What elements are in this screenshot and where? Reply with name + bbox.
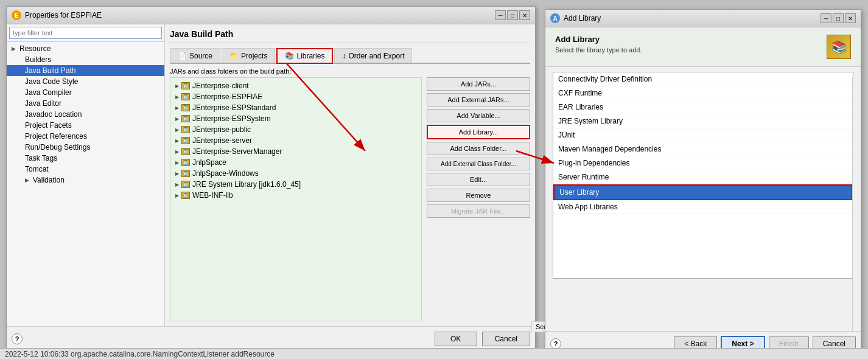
add-variable-button[interactable]: Add Variable... bbox=[427, 109, 530, 122]
list-item[interactable]: ▶ 🫙 JEnterprise-ServerManager bbox=[173, 146, 419, 157]
sidebar-item-project-references[interactable]: Project References bbox=[7, 131, 164, 142]
jar-arrow-1: ▶ bbox=[175, 94, 179, 100]
jars-label: JARs and class folders on the build path… bbox=[170, 68, 530, 75]
addlib-scrollbar[interactable] bbox=[852, 77, 861, 331]
tab-order-export[interactable]: ↕ Order and Export bbox=[334, 48, 412, 63]
lib-item-maven[interactable]: Maven Managed Dependencies bbox=[553, 142, 853, 156]
sidebar-label-javadoc-location: Javadoc Location bbox=[25, 110, 82, 119]
tree-arrow-resource: ▶ bbox=[12, 46, 16, 52]
remove-button[interactable]: Remove bbox=[427, 189, 530, 202]
tree-arrow-validation: ▶ bbox=[25, 177, 29, 183]
jar-icon-7: 🫙 bbox=[181, 159, 190, 166]
list-item[interactable]: ▶ 🫙 JRE System Library [jdk1.6.0_45] bbox=[173, 179, 419, 190]
sidebar-label-task-tags: Task Tags bbox=[25, 154, 57, 162]
close-button[interactable]: ✕ bbox=[519, 10, 530, 20]
sidebar-item-task-tags[interactable]: Task Tags bbox=[7, 153, 164, 164]
jar-icon-4: 🫙 bbox=[181, 126, 190, 133]
addlib-close-button[interactable]: ✕ bbox=[845, 13, 856, 23]
sidebar-item-tomcat[interactable]: Tomcat bbox=[7, 164, 164, 175]
add-external-class-folder-button[interactable]: Add External Class Folder... bbox=[427, 158, 530, 170]
lib-label-ear: EAR Libraries bbox=[558, 103, 603, 111]
sidebar-label-builders: Builders bbox=[25, 55, 51, 64]
add-class-folder-button[interactable]: Add Class Folder... bbox=[427, 142, 530, 155]
list-item[interactable]: ▶ 🫙 JEnterprise-ESPFIAE bbox=[173, 91, 419, 102]
lib-item-user-library[interactable]: User Library bbox=[553, 184, 853, 200]
jar-icon-0: 🫙 bbox=[181, 82, 190, 89]
source-tab-label: Source bbox=[189, 52, 212, 60]
jar-label-4: JEnterprise-public bbox=[192, 125, 251, 134]
list-item[interactable]: ▶ 🫙 JEnterprise-client bbox=[173, 80, 419, 91]
cancel-button[interactable]: Cancel bbox=[482, 332, 530, 346]
addlib-maximize-button[interactable]: □ bbox=[833, 13, 844, 23]
sidebar-item-builders[interactable]: Builders bbox=[7, 54, 164, 65]
jar-label-3: JEnterprise-ESPSystem bbox=[192, 114, 271, 123]
addlib-header-title: Add Library bbox=[555, 35, 642, 44]
jar-arrow-4: ▶ bbox=[175, 127, 179, 133]
list-item[interactable]: ▶ 🫙 JEnterprise-public bbox=[173, 124, 419, 135]
sidebar-item-java-build-path[interactable]: Java Build Path bbox=[7, 65, 164, 76]
addlib-help-icon[interactable]: ? bbox=[550, 338, 561, 349]
sidebar-item-run-debug[interactable]: Run/Debug Settings bbox=[7, 142, 164, 153]
lib-label-maven: Maven Managed Dependencies bbox=[558, 145, 661, 153]
ok-button[interactable]: OK bbox=[435, 332, 477, 346]
jar-icon-3: 🫙 bbox=[181, 115, 190, 122]
jar-label-9: JRE System Library [jdk1.6.0_45] bbox=[192, 180, 301, 189]
jar-label-2: JEnterprise-ESPStandard bbox=[192, 103, 276, 112]
lib-item-server-runtime[interactable]: Server Runtime bbox=[553, 170, 853, 184]
jar-arrow-6: ▶ bbox=[175, 149, 179, 155]
sidebar-item-resource[interactable]: ▶ Resource bbox=[7, 43, 164, 54]
help-icon[interactable]: ? bbox=[12, 333, 23, 344]
list-item[interactable]: ▶ 🫙 WEB-INF-lib bbox=[173, 190, 419, 201]
addlib-list: Connectivity Driver Definition CXF Runti… bbox=[553, 72, 853, 279]
sidebar-item-java-editor[interactable]: Java Editor bbox=[7, 98, 164, 109]
projects-tab-label: Projects bbox=[241, 52, 267, 60]
lib-item-ear[interactable]: EAR Libraries bbox=[553, 100, 853, 114]
jar-arrow-0: ▶ bbox=[175, 83, 179, 89]
libraries-body: ▶ 🫙 JEnterprise-client ▶ 🫙 JEnterprise-E… bbox=[170, 77, 530, 321]
tab-libraries[interactable]: 📚 Libraries bbox=[276, 48, 333, 64]
lib-item-jre[interactable]: JRE System Library bbox=[553, 114, 853, 128]
add-external-jars-button[interactable]: Add External JARs... bbox=[427, 93, 530, 106]
minimize-button[interactable]: ─ bbox=[495, 10, 506, 20]
list-item[interactable]: ▶ 🫙 JEnterprise-ESPSystem bbox=[173, 113, 419, 124]
sidebar-item-javadoc-location[interactable]: Javadoc Location bbox=[7, 109, 164, 120]
sidebar-label-java-editor: Java Editor bbox=[25, 99, 61, 108]
tab-projects[interactable]: 📁 Projects bbox=[222, 48, 275, 63]
jar-icon-8: 🫙 bbox=[181, 170, 190, 177]
sidebar-label-validation: Validation bbox=[33, 176, 65, 184]
add-library-button[interactable]: Add Library... bbox=[427, 125, 530, 139]
jar-arrow-2: ▶ bbox=[175, 105, 179, 111]
lib-label-web-app: Web App Libraries bbox=[558, 203, 618, 211]
addlib-titlebar-controls: ─ □ ✕ bbox=[821, 13, 856, 23]
lib-item-connectivity[interactable]: Connectivity Driver Definition bbox=[553, 72, 853, 86]
sidebar-item-java-code-style[interactable]: Java Code Style bbox=[7, 76, 164, 87]
lib-item-web-app[interactable]: Web App Libraries bbox=[553, 200, 853, 214]
migrate-jar-button[interactable]: Migrate JAR File... bbox=[427, 204, 530, 218]
lib-item-cxf[interactable]: CXF Runtime bbox=[553, 86, 853, 100]
lib-label-cxf: CXF Runtime bbox=[558, 89, 602, 97]
list-item[interactable]: ▶ 🫙 JEnterprise-server bbox=[173, 135, 419, 146]
titlebar-controls: ─ □ ✕ bbox=[495, 10, 530, 20]
sidebar-item-validation[interactable]: ▶ Validation bbox=[7, 175, 164, 186]
list-item[interactable]: ▶ 🫙 JEnterprise-ESPStandard bbox=[173, 102, 419, 113]
list-item[interactable]: ▶ 🫙 JnlpSpace bbox=[173, 157, 419, 168]
maximize-button[interactable]: □ bbox=[507, 10, 518, 20]
tab-source[interactable]: 📄 Source bbox=[170, 48, 220, 63]
lib-item-junit[interactable]: JUnit bbox=[553, 128, 853, 142]
addlib-minimize-button[interactable]: ─ bbox=[821, 13, 831, 23]
jar-label-7: JnlpSpace bbox=[192, 158, 226, 167]
jar-label-1: JEnterprise-ESPFIAE bbox=[192, 92, 262, 101]
list-item[interactable]: ▶ 🫙 JnlpSpace-Windows bbox=[173, 168, 419, 179]
sidebar-item-java-compiler[interactable]: Java Compiler bbox=[7, 87, 164, 98]
jar-label-8: JnlpSpace-Windows bbox=[192, 169, 259, 178]
lib-label-user-library: User Library bbox=[559, 188, 599, 197]
dialog-body: ▶ Resource Builders Java Build Path Java… bbox=[7, 24, 535, 326]
addlib-titlebar-left: A Add Library bbox=[550, 13, 601, 23]
sidebar-item-project-facets[interactable]: Project Facets bbox=[7, 120, 164, 131]
filter-input[interactable] bbox=[9, 27, 162, 39]
statusbar: 2022-5-12 10:06:33 org.apache.catalina.c… bbox=[0, 348, 868, 359]
add-jars-button[interactable]: Add JARs... bbox=[427, 77, 530, 91]
jar-label-10: WEB-INF-lib bbox=[192, 191, 233, 200]
lib-item-plugin[interactable]: Plug-in Dependencies bbox=[553, 156, 853, 170]
edit-button[interactable]: Edit... bbox=[427, 173, 530, 186]
